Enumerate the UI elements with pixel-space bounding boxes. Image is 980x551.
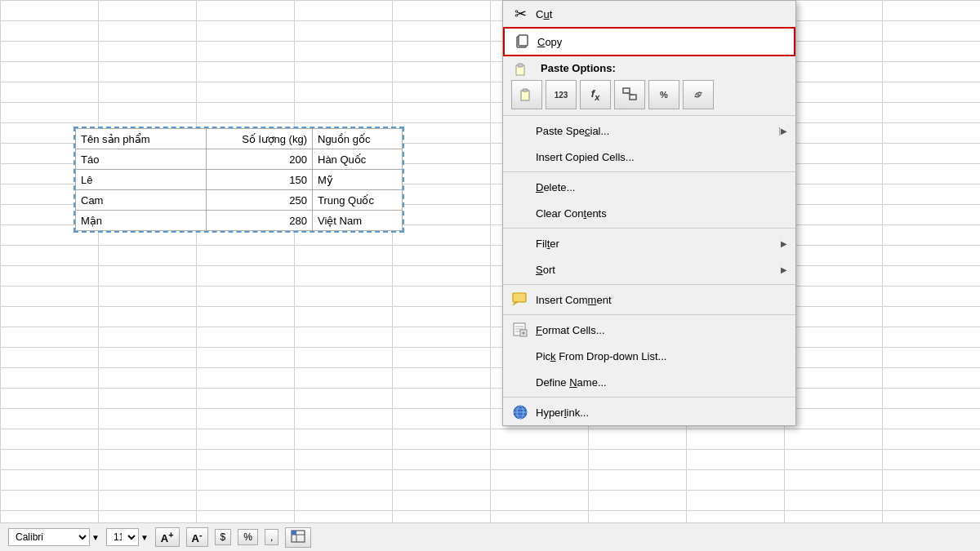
comment-label: Insert Comment <box>536 294 787 306</box>
menu-item-paste-special[interactable]: Paste Special... | ▶ <box>503 118 795 144</box>
svg-rect-27 <box>292 531 296 535</box>
font-grow-button[interactable]: A+ <box>155 527 180 547</box>
cell-product-3[interactable]: Mận <box>76 211 207 231</box>
menu-item-copy[interactable]: Copy <box>503 27 795 56</box>
header-quantity[interactable]: Số lượng (kg) <box>207 129 313 149</box>
copy-label: Copy <box>537 36 786 48</box>
header-origin[interactable]: Nguồn gốc <box>313 129 403 149</box>
paste-buttons-row: 123 fx % <box>511 80 714 109</box>
separator-4 <box>503 284 795 285</box>
menu-item-insert-copied[interactable]: Insert Copied Cells... <box>503 144 795 170</box>
table-row: Táo 200 Hàn Quốc <box>76 149 403 170</box>
menu-item-define-name[interactable]: Define Name... <box>503 369 795 395</box>
menu-item-delete[interactable]: Delete... <box>503 174 795 200</box>
filter-label: Filter <box>536 238 781 250</box>
grid-background <box>0 0 980 522</box>
format-cells-label: Format Cells... <box>536 324 787 336</box>
scissors-icon: ✂ <box>511 5 529 23</box>
context-menu: ✂ Cut Copy Pas <box>502 0 796 426</box>
spreadsheet: Tên sản phẩm Số lượng (kg) Nguồn gốc Táo… <box>0 0 980 551</box>
cell-product-2[interactable]: Cam <box>76 190 207 211</box>
font-selector[interactable]: Calibri <box>8 528 90 546</box>
separator-1 <box>503 115 795 116</box>
submenu-arrow-paste: ▶ <box>781 127 787 136</box>
svg-rect-1 <box>519 35 528 46</box>
size-dropdown-arrow: ▼ <box>140 533 149 542</box>
format-cells-icon <box>511 321 529 339</box>
font-shrink-button[interactable]: A- <box>186 527 208 547</box>
header-product[interactable]: Tên sản phẩm <box>76 129 207 149</box>
svg-rect-5 <box>523 89 528 91</box>
separator-2 <box>503 171 795 172</box>
paste-btn-link[interactable] <box>683 80 714 109</box>
svg-rect-10 <box>513 293 526 302</box>
cell-origin-1[interactable]: Mỹ <box>313 170 403 190</box>
paste-btn-clipboard[interactable] <box>511 80 542 109</box>
cell-quantity-3[interactable]: 280 <box>207 211 313 231</box>
paste-btn-formulas[interactable]: fx <box>580 80 611 109</box>
cell-quantity-2[interactable]: 250 <box>207 190 313 211</box>
table-row: Cam 250 Trung Quốc <box>76 190 403 211</box>
paste-btn-values[interactable]: 123 <box>546 80 577 109</box>
percent-button[interactable]: % <box>238 529 258 545</box>
define-name-label: Define Name... <box>536 376 787 389</box>
formula-bar: Calibri ▼ 11 ▼ A+ A- $ % , <box>0 522 980 551</box>
no-icon-clear <box>511 204 529 222</box>
no-icon-filter <box>511 234 529 252</box>
font-size-selector[interactable]: 11 <box>106 528 139 546</box>
cell-origin-2[interactable]: Trung Quốc <box>313 190 403 211</box>
comment-icon <box>511 291 529 309</box>
copy-icon <box>513 33 531 51</box>
comma-button[interactable]: , <box>265 529 278 545</box>
menu-item-filter[interactable]: Filter ▶ <box>503 230 795 256</box>
font-dropdown-arrow: ▼ <box>91 533 100 542</box>
svg-marker-11 <box>513 302 518 305</box>
no-icon-dropdown <box>511 347 529 365</box>
paste-icon <box>511 60 529 78</box>
table-row: Mận 280 Việt Nam <box>76 211 403 231</box>
cell-quantity-1[interactable]: 150 <box>207 170 313 190</box>
delete-label: Delete... <box>536 181 787 193</box>
no-icon-insert <box>511 148 529 166</box>
menu-item-comment[interactable]: Insert Comment <box>503 287 795 313</box>
svg-rect-4 <box>521 91 529 100</box>
no-icon-sort <box>511 260 529 278</box>
cell-origin-0[interactable]: Hàn Quốc <box>313 149 403 170</box>
menu-item-hyperlink[interactable]: Hyperlink... <box>503 399 795 425</box>
paste-options-label: Paste Options: <box>541 62 616 74</box>
hyperlink-label: Hyperlink... <box>536 407 787 419</box>
cell-quantity-0[interactable]: 200 <box>207 149 313 170</box>
menu-item-sort[interactable]: Sort ▶ <box>503 256 795 282</box>
svg-rect-6 <box>623 88 630 93</box>
currency-button[interactable]: $ <box>215 529 232 545</box>
sort-label: Sort <box>536 264 781 276</box>
paste-btn-transpose[interactable] <box>614 80 645 109</box>
submenu-arrow-sort: ▶ <box>781 265 787 274</box>
pick-dropdown-label: Pick From Drop-down List... <box>536 350 787 362</box>
cell-product-1[interactable]: Lê <box>76 170 207 190</box>
menu-item-pick-dropdown[interactable]: Pick From Drop-down List... <box>503 343 795 369</box>
data-table: Tên sản phẩm Số lượng (kg) Nguồn gốc Táo… <box>75 128 403 231</box>
menu-item-format-cells[interactable]: Format Cells... <box>503 317 795 343</box>
insert-copied-label: Insert Copied Cells... <box>536 151 787 163</box>
selected-range: Tên sản phẩm Số lượng (kg) Nguồn gốc Táo… <box>74 127 404 233</box>
no-icon-paste-special <box>511 122 529 140</box>
cell-origin-3[interactable]: Việt Nam <box>313 211 403 231</box>
menu-item-clear[interactable]: Clear Contents <box>503 200 795 226</box>
no-icon-define <box>511 373 529 391</box>
svg-line-9 <box>697 94 699 96</box>
submenu-arrow-filter: ▶ <box>781 239 787 248</box>
no-icon-delete <box>511 178 529 196</box>
format-table-button[interactable] <box>285 527 311 548</box>
separator-5 <box>503 314 795 315</box>
menu-item-paste-options: Paste Options: 123 fx <box>503 56 795 113</box>
paste-btn-percent[interactable]: % <box>648 80 679 109</box>
menu-item-cut[interactable]: ✂ Cut <box>503 1 795 27</box>
cell-product-0[interactable]: Táo <box>76 149 207 170</box>
separator-6 <box>503 397 795 398</box>
separator-3 <box>503 228 795 229</box>
table-row: Tên sản phẩm Số lượng (kg) Nguồn gốc <box>76 129 403 149</box>
hyperlink-icon <box>511 403 529 421</box>
svg-rect-3 <box>518 64 523 67</box>
clear-label: Clear Contents <box>536 207 787 220</box>
